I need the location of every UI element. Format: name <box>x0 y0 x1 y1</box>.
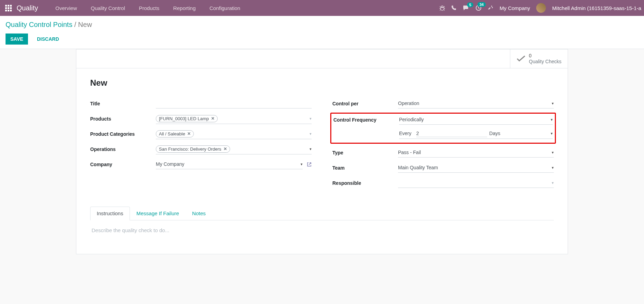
control-per-label: Control per <box>332 101 398 106</box>
discard-button[interactable]: DISCARD <box>32 34 64 45</box>
operations-label: Operations <box>90 146 156 152</box>
bug-icon[interactable] <box>439 5 445 11</box>
type-label: Type <box>332 150 398 155</box>
responsible-select[interactable]: ▾ <box>398 178 554 188</box>
save-button[interactable]: SAVE <box>6 34 28 45</box>
form-tabs: Instructions Message If Failure Notes <box>90 207 554 220</box>
categories-input[interactable]: All / Saleable ✕ ▾ <box>156 129 312 139</box>
frequency-detail: Every Days ▾ <box>399 129 553 139</box>
caret-icon: ▾ <box>552 165 554 170</box>
remove-operation-icon[interactable]: ✕ <box>224 146 227 151</box>
caret-icon: ▾ <box>552 150 554 155</box>
caret-icon: ▾ <box>552 101 554 106</box>
user-menu[interactable]: Mitchell Admin (16151359-saas-15-1-a <box>552 5 641 11</box>
nav-configuration[interactable]: Configuration <box>202 1 247 15</box>
nav-products[interactable]: Products <box>132 1 166 15</box>
breadcrumb-parent[interactable]: Quality Control Points <box>6 21 72 28</box>
form-sheet: 0 Quality Checks New Title Produc <box>76 49 568 254</box>
company-selector[interactable]: My Company <box>500 5 530 11</box>
title-label: Title <box>90 101 156 106</box>
form-right-column: Control per Operation ▾ Control Frequenc… <box>332 98 554 193</box>
remove-product-icon[interactable]: ✕ <box>211 116 215 121</box>
caret-icon: ▾ <box>552 181 554 185</box>
messages-icon[interactable]: 5 <box>463 5 469 11</box>
nav-overview[interactable]: Overview <box>48 1 84 15</box>
caret-icon: ▾ <box>310 116 312 121</box>
check-icon <box>517 55 525 62</box>
team-label: Team <box>332 165 398 171</box>
instructions-placeholder: Describe the quality check to do... <box>92 227 552 233</box>
stat-label: Quality Checks <box>529 59 561 65</box>
form-left-column: Title Products [FURN_0003] LED Lamp ✕ <box>90 98 312 193</box>
tab-notes[interactable]: Notes <box>186 207 212 220</box>
main-navbar: Quality Overview Quality Control Product… <box>0 0 644 16</box>
apps-icon[interactable] <box>3 2 14 13</box>
caret-icon: ▾ <box>551 131 553 136</box>
nav-right: 5 34 My Company Mitchell Admin (16151359… <box>439 3 641 13</box>
activities-badge: 34 <box>477 2 486 7</box>
nav-reporting[interactable]: Reporting <box>166 1 202 15</box>
control-frequency-select[interactable]: Periodically ▾ <box>399 115 553 125</box>
type-select[interactable]: Pass - Fail ▾ <box>398 148 554 158</box>
button-box: 0 Quality Checks <box>76 49 568 68</box>
breadcrumb-current: New <box>78 21 92 28</box>
category-tag: All / Saleable ✕ <box>156 130 194 137</box>
tab-content-instructions[interactable]: Describe the quality check to do... <box>90 220 554 240</box>
company-input[interactable]: My Company ▾ <box>156 160 303 169</box>
responsible-label: Responsible <box>332 180 398 186</box>
operation-tag: San Francisco: Delivery Orders ✕ <box>156 145 230 153</box>
stat-value: 0 <box>529 53 561 59</box>
control-frequency-highlight: Control Frequency Periodically ▾ Every <box>330 113 556 144</box>
record-title: New <box>90 78 554 88</box>
company-label: Company <box>90 162 156 167</box>
app-brand[interactable]: Quality <box>17 4 38 12</box>
breadcrumb: Quality Control Points / New <box>6 21 638 29</box>
nav-quality-control[interactable]: Quality Control <box>84 1 132 15</box>
tools-icon[interactable] <box>488 5 493 11</box>
quality-checks-stat[interactable]: 0 Quality Checks <box>510 49 568 68</box>
operations-input[interactable]: San Francisco: Delivery Orders ✕ ▾ <box>156 144 312 154</box>
caret-icon: ▾ <box>301 162 303 167</box>
product-tag: [FURN_0003] LED Lamp ✕ <box>156 115 218 122</box>
frequency-unit-label: Days <box>489 131 549 136</box>
user-avatar[interactable] <box>536 3 546 13</box>
nav-links: Overview Quality Control Products Report… <box>48 1 247 15</box>
categories-label: Product Categories <box>90 131 156 137</box>
messages-badge: 5 <box>467 2 473 7</box>
activities-icon[interactable]: 34 <box>475 5 482 11</box>
tab-instructions[interactable]: Instructions <box>90 207 130 220</box>
control-frequency-label: Control Frequency <box>333 117 399 123</box>
phone-icon[interactable] <box>451 5 457 11</box>
products-input[interactable]: [FURN_0003] LED Lamp ✕ ▾ <box>156 114 312 124</box>
team-select[interactable]: Main Quality Team ▾ <box>398 163 554 173</box>
remove-category-icon[interactable]: ✕ <box>187 131 191 136</box>
control-per-select[interactable]: Operation ▾ <box>398 99 554 108</box>
external-link-icon[interactable] <box>307 162 312 167</box>
caret-icon: ▾ <box>551 117 553 122</box>
control-panel: Quality Control Points / New SAVE DISCAR… <box>0 16 644 49</box>
frequency-number-input[interactable] <box>416 130 487 137</box>
caret-icon: ▾ <box>310 147 312 151</box>
tab-message-if-failure[interactable]: Message If Failure <box>130 207 186 220</box>
caret-icon: ▾ <box>310 132 312 136</box>
products-label: Products <box>90 116 156 122</box>
title-input[interactable] <box>156 99 312 108</box>
